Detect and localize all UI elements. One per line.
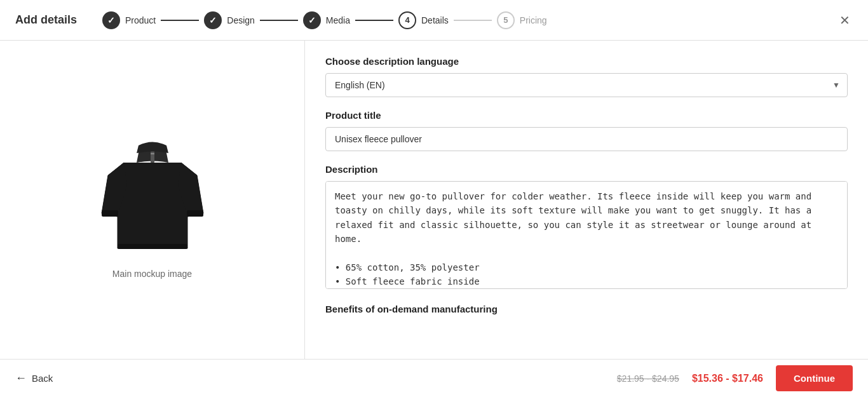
connector-3-4 <box>355 20 393 21</box>
benefits-label: Benefits of on-demand manufacturing <box>325 304 848 314</box>
step-pricing: 5 Pricing <box>497 11 547 29</box>
continue-button[interactable]: Continue <box>776 365 853 391</box>
svg-rect-4 <box>151 153 154 154</box>
price-original: $21.95 - $24.95 <box>617 373 679 384</box>
step-details: 4 Details <box>398 11 449 29</box>
step-2-circle: ✓ <box>204 11 222 29</box>
page-title: Add details <box>15 13 77 27</box>
header: Add details ✓ Product ✓ Design ✓ Media <box>0 0 868 41</box>
step-media: ✓ Media <box>303 11 350 29</box>
description-language-select-wrapper: English (EN) French (FR) German (DE) Spa… <box>325 73 848 97</box>
right-panel: Choose description language English (EN)… <box>305 41 868 359</box>
product-title-group: Product title <box>325 110 848 151</box>
description-group: Description Meet your new go-to pullover… <box>325 164 848 291</box>
footer: ← Back $21.95 - $24.95 $15.36 - $17.46 C… <box>0 359 868 397</box>
back-label: Back <box>32 373 53 384</box>
main-content: Main mockup image Choose description lan… <box>0 41 868 359</box>
step-3-circle: ✓ <box>303 11 321 29</box>
step-design: ✓ Design <box>204 11 255 29</box>
description-textarea[interactable]: Meet your new go-to pullover for colder … <box>325 181 848 289</box>
step-4-number: 4 <box>405 15 409 25</box>
svg-rect-7 <box>118 244 187 249</box>
back-arrow-icon: ← <box>15 372 27 385</box>
svg-rect-6 <box>187 210 203 217</box>
step-1-label: Product <box>125 15 156 25</box>
step-3-label: Media <box>326 15 350 25</box>
product-title-input[interactable] <box>325 127 848 151</box>
description-language-group: Choose description language English (EN)… <box>325 56 848 97</box>
mockup-label: Main mockup image <box>112 269 192 279</box>
checkmark-icon: ✓ <box>107 15 115 25</box>
product-title-label: Product title <box>325 110 848 121</box>
step-5-label: Pricing <box>520 15 547 25</box>
pullover-illustration <box>95 124 210 258</box>
connector-4-5 <box>454 20 492 21</box>
description-language-label: Choose description language <box>325 56 848 67</box>
left-panel: Main mockup image <box>0 41 305 359</box>
svg-rect-5 <box>102 210 118 217</box>
step-4-circle: 4 <box>398 11 416 29</box>
stepper: ✓ Product ✓ Design ✓ Media 4 Details <box>102 11 853 29</box>
connector-2-3 <box>260 20 298 21</box>
step-product: ✓ Product <box>102 11 156 29</box>
checkmark-icon-3: ✓ <box>308 15 316 25</box>
close-button[interactable]: ✕ <box>837 11 853 29</box>
step-5-circle: 5 <box>497 11 515 29</box>
mockup-image-container <box>89 121 216 261</box>
connector-1-2 <box>161 20 199 21</box>
step-2-label: Design <box>227 15 255 25</box>
checkmark-icon-2: ✓ <box>209 15 217 25</box>
step-4-label: Details <box>421 15 449 25</box>
description-label: Description <box>325 164 848 175</box>
benefits-group: Benefits of on-demand manufacturing <box>325 304 848 314</box>
description-language-select[interactable]: English (EN) French (FR) German (DE) Spa… <box>325 73 848 97</box>
price-discounted: $15.36 - $17.46 <box>692 373 763 384</box>
back-button[interactable]: ← Back <box>15 372 53 385</box>
step-1-circle: ✓ <box>102 11 120 29</box>
step-5-number: 5 <box>503 15 508 25</box>
footer-right: $21.95 - $24.95 $15.36 - $17.46 Continue <box>617 365 853 391</box>
